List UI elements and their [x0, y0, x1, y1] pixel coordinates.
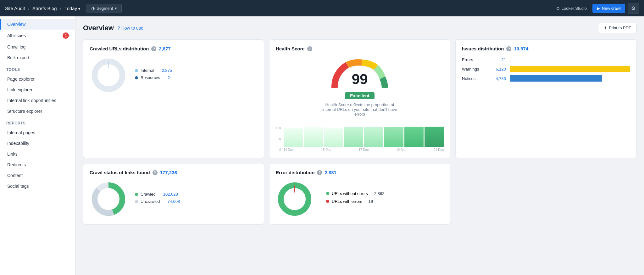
crawl-status-total: 177,236: [160, 170, 177, 175]
with-errors-legend: URLs with errors 19: [326, 199, 384, 204]
sidebar-item-internal-link-opp[interactable]: Internal link opportunities: [0, 95, 75, 106]
uncrawled-dot: [135, 200, 138, 203]
error-dist-card: Error distribution ? 2,881: [269, 163, 450, 225]
question-icon: ?: [118, 26, 120, 31]
crawled-value: 102,628: [163, 192, 178, 197]
crawled-urls-help-icon[interactable]: ?: [151, 46, 156, 51]
issues-dist-total: 10,874: [514, 46, 528, 51]
crawl-status-label: Crawl status of links found: [90, 170, 150, 175]
history-label-3: 19 Dec: [396, 148, 406, 152]
resources-dot: [135, 76, 138, 79]
notices-count: 4,733: [491, 76, 506, 81]
sidebar-item-content[interactable]: Content: [0, 170, 75, 181]
sidebar-item-link-explorer[interactable]: Link explorer: [0, 84, 75, 95]
new-crawl-button[interactable]: ▶ New crawl: [592, 4, 625, 13]
axis-0: 0: [279, 148, 281, 152]
segment-chevron: ▾: [115, 6, 117, 11]
history-bar-2: [324, 128, 343, 147]
history-label-4: 21 Dec: [434, 148, 444, 152]
sidebar-item-label: Internal pages: [7, 130, 35, 135]
notices-label: Notices: [462, 76, 487, 81]
sidebar-item-label: Indexability: [7, 141, 29, 146]
issues-dist-help-icon[interactable]: ?: [506, 46, 511, 51]
history-bar-4: [364, 127, 383, 147]
issues-dist-label: Issues distribution: [462, 46, 504, 51]
looker-studio-button[interactable]: ⊙ Looker Studio: [553, 4, 590, 13]
sidebar-item-structure-explorer[interactable]: Structure explorer: [0, 106, 75, 117]
tools-section-label: Tools: [0, 63, 75, 74]
looker-label: Looker Studio: [562, 6, 587, 11]
sidebar-item-links[interactable]: Links: [0, 149, 75, 159]
health-gauge: 99: [328, 56, 391, 91]
health-score-help-icon[interactable]: ?: [307, 46, 312, 51]
how-to-use-button[interactable]: ? How to use: [118, 26, 143, 31]
warnings-bar: [510, 66, 630, 72]
history-bar-5: [384, 127, 403, 147]
sidebar-item-label: Structure explorer: [7, 109, 42, 114]
health-score-label: Health Score: [276, 46, 305, 51]
topbar: Site Audit / Ahrefs Blog / Today ▾ ◑ Seg…: [0, 0, 644, 16]
no-errors-value: 2,862: [374, 191, 385, 196]
new-crawl-label: New crawl: [602, 6, 621, 11]
internal-dot: [135, 69, 138, 72]
notices-bar: [510, 75, 602, 82]
health-desc: Health Score reflects the proportion of …: [319, 102, 401, 117]
page-title: Overview: [83, 24, 114, 32]
looker-icon: ⊙: [556, 6, 560, 11]
crawled-dot: [135, 193, 138, 196]
sidebar-item-all-issues[interactable]: All issues 2: [0, 30, 75, 42]
reports-section-label: Reports: [0, 117, 75, 127]
breadcrumb: Site Audit / Ahrefs Blog / Today ▾: [5, 6, 80, 11]
crawled-urls-label: Crawled URLs distribution: [90, 46, 149, 51]
with-errors-label: URLs with errors: [332, 199, 362, 204]
history-bar-0: [284, 128, 303, 147]
sidebar-item-social-tags[interactable]: Social tags: [0, 181, 75, 192]
sidebar-item-internal-pages[interactable]: Internal pages: [0, 127, 75, 138]
warnings-count: 6,120: [491, 67, 506, 72]
segment-button[interactable]: ◑ Segment ▾: [86, 4, 122, 13]
history-bar-1: [304, 127, 323, 147]
crawl-status-donut: [90, 180, 127, 218]
sidebar-item-label: Social tags: [7, 184, 29, 189]
error-dist-help-icon[interactable]: ?: [317, 170, 322, 175]
sidebar-item-crawl-log[interactable]: Crawl log: [0, 42, 75, 52]
crawled-urls-title: Crawled URLs distribution ? 2,877: [90, 46, 258, 51]
print-label: Print to PDF: [609, 26, 631, 30]
segment-label: Segment: [97, 6, 113, 11]
uncrawled-legend: Uncrawled 74,608: [135, 199, 180, 204]
settings-button[interactable]: ⚙: [628, 3, 639, 14]
issues-dist-card: Issues distribution ? 10,874 Errors 21 W…: [455, 39, 636, 158]
uncrawled-value: 74,608: [167, 199, 180, 204]
internal-legend: Internal 2,875: [135, 68, 172, 73]
app-name: Site Audit: [5, 6, 25, 11]
sidebar-item-label: Link explorer: [7, 87, 32, 92]
sidebar-item-bulk-export[interactable]: Bulk export: [0, 52, 75, 63]
axis-100: 100: [276, 126, 281, 130]
with-errors-value: 19: [369, 199, 373, 204]
no-errors-label: URLs without errors: [332, 191, 368, 196]
history-label-2: 17 Dec: [359, 148, 369, 152]
crawl-status-help-icon[interactable]: ?: [153, 170, 158, 175]
error-dist-total: 2,881: [325, 170, 336, 175]
crawled-urls-card: Crawled URLs distribution ? 2,877: [83, 39, 264, 158]
print-to-pdf-button[interactable]: ⬆ Print to PDF: [598, 23, 636, 33]
health-history-chart: 100 50 0: [276, 122, 444, 152]
sidebar-item-indexability[interactable]: Indexability: [0, 138, 75, 149]
error-dist-title: Error distribution ? 2,881: [276, 170, 444, 175]
crawled-urls-total: 2,877: [159, 46, 171, 51]
uncrawled-label: Uncrawled: [141, 199, 160, 204]
page-header: Overview ? How to use ⬆ Print to PDF: [83, 23, 636, 33]
sidebar-item-redirects[interactable]: Redirects: [0, 159, 75, 170]
sidebar-item-overview[interactable]: Overview: [0, 19, 75, 30]
health-badge: Excellent: [345, 92, 374, 99]
no-errors-legend: URLs without errors 2,862: [326, 191, 384, 196]
sidebar-item-page-explorer[interactable]: Page explorer: [0, 74, 75, 84]
errors-label: Errors: [462, 57, 487, 62]
with-errors-dot: [326, 200, 329, 203]
all-issues-badge: 2: [63, 32, 69, 39]
sidebar: Overview All issues 2 Crawl log Bulk exp…: [0, 16, 75, 275]
how-to-use-label: How to use: [121, 26, 143, 31]
history-bar-6: [404, 127, 424, 147]
sidebar-item-label: Internal link opportunities: [7, 98, 56, 103]
errors-row: Errors 21: [462, 56, 630, 63]
